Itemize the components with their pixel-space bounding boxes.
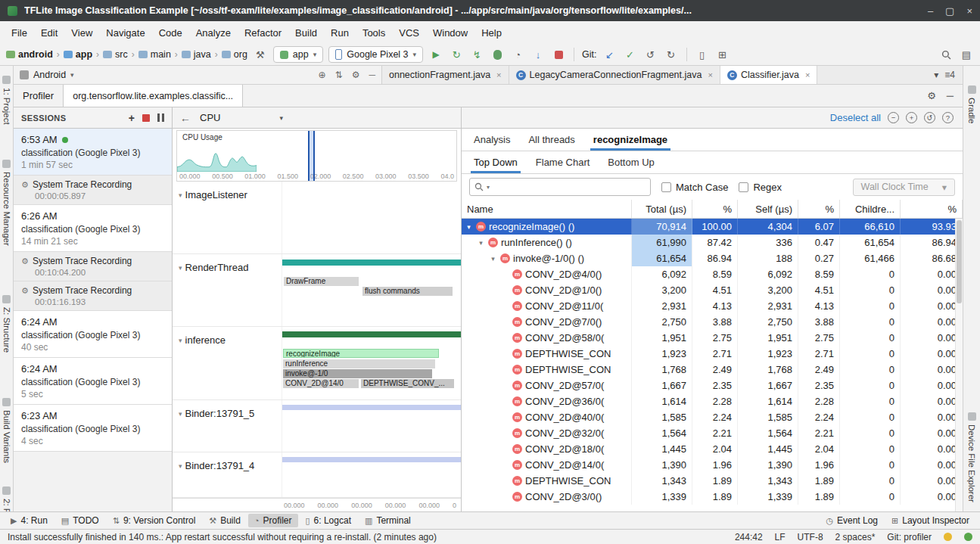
scrollbar-thumb[interactable] — [957, 220, 962, 303]
checkbox-icon[interactable] — [739, 182, 748, 192]
session-recording[interactable]: ⚙System Trace Recording00:00:05.897 — [14, 176, 172, 205]
apply-code-changes-icon[interactable]: ↯ — [469, 47, 484, 62]
profile-icon[interactable]: ◔ — [510, 47, 525, 62]
zoom-out-icon[interactable]: − — [888, 112, 899, 123]
table-row[interactable]: mCONV_2D@11/0(2,9314.132,9314.1300.00 — [462, 298, 963, 314]
tab-analysis[interactable]: Analysis — [465, 129, 519, 151]
git-rollback-icon[interactable]: ↺ — [643, 47, 658, 62]
scrollbar[interactable] — [955, 219, 963, 511]
project-structure-icon[interactable]: ▤ — [959, 47, 974, 62]
profiler-session-tab[interactable]: org.tensorflow.lite.examples.classific..… — [63, 85, 243, 107]
table-row[interactable]: mDEPTHWISE_CON1,3431.891,3431.8900.00 — [462, 473, 963, 489]
menu-item-build[interactable]: Build — [288, 24, 324, 42]
expand-arrow-icon[interactable]: ▾ — [489, 255, 497, 263]
notifications-icon[interactable] — [964, 533, 972, 541]
deselect-all-link[interactable]: Deselect all — [830, 112, 881, 123]
toolwindow-button-device-file-explorer[interactable]: Device File Explorer — [967, 412, 976, 502]
session-recording[interactable]: ⚙System Trace Recording00:01:16.193 — [14, 281, 172, 311]
filter-input[interactable] — [493, 182, 646, 192]
collapse-arrow-icon[interactable]: ▾ — [179, 410, 182, 418]
menu-item-code[interactable]: Code — [152, 24, 189, 42]
device-select[interactable]: Google Pixel 3 ▾ — [328, 46, 423, 63]
button-layout-inspector[interactable]: ⊞Layout Inspector — [885, 514, 975, 527]
collapse-arrow-icon[interactable]: ▾ — [179, 191, 182, 199]
menu-item-analyze[interactable]: Analyze — [189, 24, 238, 42]
status-message[interactable]: Install successfully finished in 140 ms.… — [8, 532, 723, 542]
toolwindow-button-logcat[interactable]: ▯6: Logcat — [300, 514, 357, 527]
editor-tab[interactable]: C LegacyCameraConnectionFragment.java × — [509, 66, 720, 84]
hidden-tabs-icon[interactable]: ≡4 — [944, 70, 955, 80]
menu-item-window[interactable]: Window — [426, 24, 474, 42]
toolwindow-button-terminal[interactable]: ▥Terminal — [359, 514, 417, 527]
close-icon[interactable]: × — [805, 70, 810, 79]
table-row[interactable]: mDEPTHWISE_CON1,9232.711,9232.7100.00 — [462, 346, 963, 362]
editor-tab[interactable]: onnectionFragment.java × — [382, 66, 509, 84]
git-commit-icon[interactable]: ✓ — [623, 47, 638, 62]
toolwindow-button-build[interactable]: ⚒Build — [203, 514, 247, 527]
table-row[interactable]: ▾mrecognizeImage() ()70,914100.004,3046.… — [462, 219, 963, 235]
thread-row[interactable]: ▾Binder:13791_5 — [173, 400, 461, 452]
breadcrumb-item[interactable]: main — [138, 49, 171, 60]
trace-event-chip[interactable]: DEPTHWISE_CONV_... — [361, 379, 454, 388]
session-item[interactable]: 6:24 AMclassification (Google Pixel 3)5 … — [14, 358, 172, 405]
chevron-down-icon[interactable]: ▾ — [934, 70, 938, 80]
stop-session-icon[interactable] — [142, 114, 150, 122]
session-item[interactable]: 6:53 AMclassification (Google Pixel 3)1 … — [14, 129, 172, 176]
tab-all-threads[interactable]: All threads — [519, 129, 583, 151]
toolwindow-button-todo[interactable]: ▤TODO — [55, 514, 105, 527]
button-event-log[interactable]: ◷Event Log — [820, 514, 884, 527]
attach-debugger-icon[interactable]: ↓ — [530, 47, 546, 62]
breadcrumb-item[interactable]: src — [103, 49, 128, 60]
zoom-in-icon[interactable]: + — [906, 112, 917, 123]
menu-item-refactor[interactable]: Refactor — [238, 24, 288, 42]
table-row[interactable]: ▾minvoke@-1/0() ()61,65486.941880.2761,4… — [462, 250, 963, 266]
apply-changes-icon[interactable]: ↻ — [449, 47, 464, 62]
column-header[interactable]: Childre... — [840, 200, 901, 218]
column-header[interactable]: Total (µs) — [632, 200, 692, 218]
column-header[interactable]: Self (µs) — [738, 200, 798, 218]
column-header[interactable]: % — [798, 200, 840, 218]
table-row[interactable]: mCONV_2D@40/0(1,5852.241,5852.2400.00 — [462, 409, 963, 425]
pause-icon[interactable] — [157, 113, 164, 122]
table-row[interactable]: mCONV_2D@3/0()1,3391.891,3391.8900.00 — [462, 489, 963, 505]
thread-chart[interactable]: DrawFrame flush commands — [282, 254, 461, 326]
add-session-icon[interactable]: + — [129, 112, 135, 124]
table-row[interactable]: mCONV_2D@1/0()3,2004.513,2004.5100.00 — [462, 282, 963, 298]
close-icon[interactable]: × — [496, 70, 501, 79]
session-item[interactable]: 6:24 AMclassification (Google Pixel 3)40… — [14, 311, 172, 358]
back-arrow-icon[interactable]: ← — [180, 112, 191, 124]
tab-recognize-image[interactable]: recognizeImage — [584, 129, 677, 151]
table-row[interactable]: ▾mrunInference() ()61,99087.423360.4761,… — [462, 235, 963, 250]
expand-arrow-icon[interactable]: ▾ — [477, 239, 485, 247]
table-row[interactable]: mCONV_2D@58/0(1,9512.751,9512.7500.00 — [462, 330, 963, 346]
menu-item-view[interactable]: View — [64, 24, 99, 42]
menu-item-navigate[interactable]: Navigate — [99, 24, 151, 42]
session-item[interactable]: 6:23 AMclassification (Google Pixel 3)4 … — [14, 405, 172, 452]
thread-chart[interactable] — [282, 452, 461, 497]
regex-checkbox[interactable]: Regex — [739, 182, 782, 193]
cpu-usage-chart[interactable]: CPU Usage 00.00000.50001.00001.50002.000… — [176, 130, 457, 182]
session-item[interactable]: 6:26 AMclassification (Google Pixel 3)14… — [14, 205, 172, 252]
session-recording[interactable]: ⚙System Trace Recording00:10:04.200 — [14, 252, 172, 281]
column-header[interactable]: Name — [462, 200, 632, 218]
toolwindow-button-build-variants[interactable]: Build Variants — [2, 398, 11, 463]
toolwindow-button-profiler[interactable]: ◔Profiler — [248, 514, 298, 527]
match-case-checkbox[interactable]: Match Case — [661, 182, 728, 193]
search-everywhere-icon[interactable] — [938, 47, 954, 62]
caret-position[interactable]: 244:42 — [735, 532, 763, 542]
thread-chart[interactable] — [282, 400, 461, 452]
table-row[interactable]: mCONV_2D@36/0(1,6142.281,6142.2800.00 — [462, 393, 963, 409]
help-icon[interactable]: ? — [942, 112, 954, 123]
trace-event-chip[interactable]: recognizeImage — [283, 349, 439, 358]
indent-style[interactable]: 2 spaces* — [835, 532, 876, 542]
locate-file-icon[interactable]: ⊕ — [319, 70, 326, 80]
stop-button[interactable] — [551, 47, 566, 62]
file-encoding[interactable]: UTF-8 — [798, 532, 823, 542]
menu-item-vcs[interactable]: VCS — [392, 24, 426, 42]
run-button[interactable]: ▶ — [428, 47, 443, 62]
hide-panel-icon[interactable]: ─ — [947, 90, 954, 101]
line-separator[interactable]: LF — [775, 532, 786, 542]
collapse-all-icon[interactable]: ⇅ — [335, 70, 343, 80]
column-header[interactable]: % — [901, 200, 963, 218]
profiler-view-select[interactable]: CPU ▾ — [200, 112, 283, 123]
